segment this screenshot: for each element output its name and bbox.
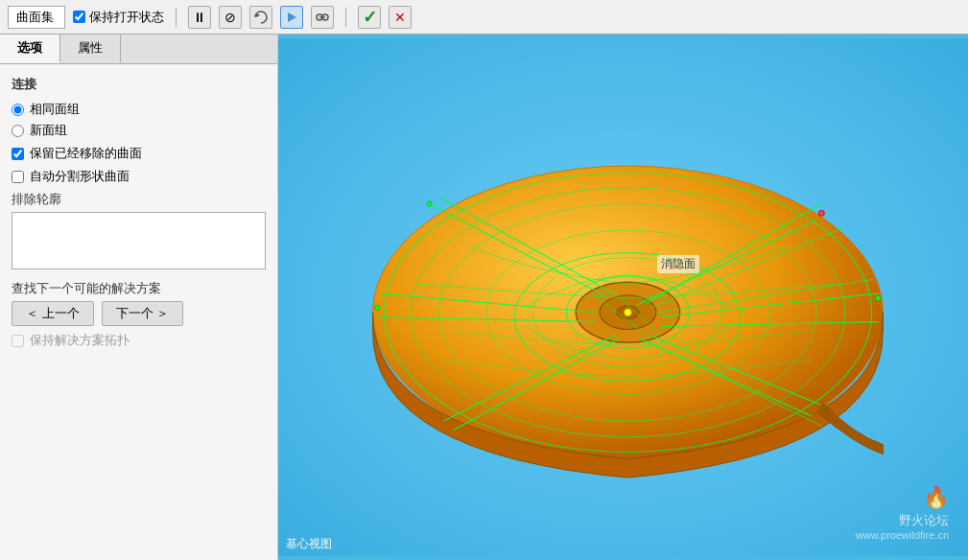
- keep-topo-label: 保持解决方案拓扑: [30, 332, 130, 349]
- svg-point-57: [818, 210, 824, 216]
- connect-section-title: 连接: [12, 76, 266, 93]
- keep-open-text: 保持打开状态: [89, 9, 164, 26]
- auto-split-item[interactable]: 自动分割形状曲面: [12, 168, 266, 185]
- cancel-btn[interactable]: ✕: [389, 6, 412, 29]
- auto-split-checkbox[interactable]: [12, 171, 24, 183]
- nav-buttons: ＜ 上一个 下一个 ＞: [12, 301, 266, 326]
- keep-removed-surfaces-item[interactable]: 保留已经移除的曲面: [12, 145, 266, 162]
- keep-removed-surfaces-label: 保留已经移除的曲面: [30, 145, 142, 162]
- svg-point-61: [375, 305, 380, 310]
- watermark-line2: www.proewildfire.cn: [856, 529, 949, 541]
- svg-point-62: [624, 309, 631, 316]
- find-next-label: 查找下一个可能的解决方案: [12, 280, 266, 297]
- same-face-group-option[interactable]: 相同面组: [12, 101, 266, 118]
- prev-btn[interactable]: ＜ 上一个: [12, 301, 94, 326]
- play-btn[interactable]: [280, 6, 303, 29]
- link-btn[interactable]: [311, 6, 334, 29]
- tab-bar: 选项 属性: [0, 35, 277, 64]
- toolbar-sep-2: [345, 8, 346, 27]
- viewport-center-label: 消隐面: [657, 255, 699, 273]
- 3d-model-svg: [278, 35, 968, 560]
- new-face-group-label: 新面组: [30, 122, 67, 139]
- main-area: 选项 属性 连接 相同面组 新面组 保留已经移除的曲面: [0, 35, 968, 560]
- exclude-contours-textarea[interactable]: [12, 212, 266, 269]
- toolbar-sep-1: [176, 8, 177, 27]
- next-btn[interactable]: 下一个 ＞: [102, 301, 184, 326]
- rotate-btn[interactable]: [249, 6, 272, 29]
- face-group-radio-group: 相同面组 新面组: [12, 101, 266, 139]
- tab-options[interactable]: 选项: [0, 35, 60, 63]
- keep-topo-checkbox: [12, 335, 24, 347]
- top-toolbar: 曲面集 保持打开状态 ⏸ ⊘ ✓ ✕: [0, 0, 968, 35]
- watermark-logo: 🔥: [856, 485, 949, 510]
- exclude-contours-label: 排除轮廓: [12, 191, 266, 208]
- keep-topo-item: 保持解决方案拓扑: [12, 332, 266, 349]
- watermark: 🔥 野火论坛 www.proewildfire.cn: [856, 485, 949, 541]
- panel-content: 连接 相同面组 新面组 保留已经移除的曲面 自动分割形状曲面: [0, 64, 277, 560]
- viewport[interactable]: 消隐面 基心视图 🔥 野火论坛 www.proewildfire.cn: [278, 35, 968, 560]
- svg-marker-1: [288, 12, 296, 22]
- left-panel: 选项 属性 连接 相同面组 新面组 保留已经移除的曲面: [0, 35, 278, 560]
- same-face-group-radio[interactable]: [12, 104, 24, 116]
- svg-point-60: [427, 201, 432, 206]
- tab-properties[interactable]: 属性: [60, 35, 121, 63]
- confirm-btn[interactable]: ✓: [358, 6, 381, 29]
- svg-point-58: [876, 296, 881, 301]
- pause-btn[interactable]: ⏸: [188, 6, 211, 29]
- auto-split-label: 自动分割形状曲面: [30, 168, 130, 185]
- new-face-group-option[interactable]: 新面组: [12, 122, 266, 139]
- same-face-group-label: 相同面组: [30, 101, 80, 118]
- surface-set-label: 曲面集: [8, 6, 65, 29]
- stop-btn[interactable]: ⊘: [219, 6, 242, 29]
- keep-open-label[interactable]: 保持打开状态: [73, 9, 164, 26]
- keep-removed-surfaces-checkbox[interactable]: [12, 148, 24, 160]
- new-face-group-radio[interactable]: [12, 125, 24, 137]
- keep-open-checkbox[interactable]: [73, 11, 85, 23]
- viewport-bottom-label: 基心视图: [286, 536, 332, 552]
- watermark-line1: 野火论坛: [856, 512, 949, 529]
